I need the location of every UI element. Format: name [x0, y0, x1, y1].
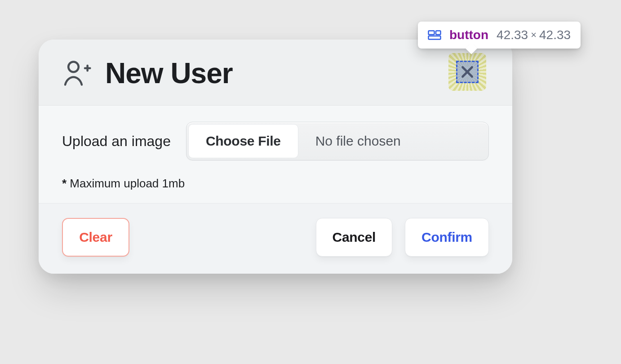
dialog-header: New User [39, 40, 512, 106]
layout-icon [428, 30, 441, 40]
upload-label: Upload an image [62, 133, 171, 150]
dialog-title: New User [105, 57, 233, 90]
svg-rect-2 [429, 36, 441, 40]
upload-row: Upload an image Choose File No file chos… [62, 122, 489, 160]
inspector-height: 42.33 [539, 28, 571, 42]
hint-asterisk: * [62, 177, 70, 190]
new-user-dialog: New User Upload an image Choose File No … [39, 40, 512, 274]
dialog-body: Upload an image Choose File No file chos… [39, 106, 512, 204]
svg-point-3 [68, 62, 79, 72]
user-add-icon [62, 58, 93, 89]
close-icon [456, 61, 479, 83]
inspector-dimensions: 42.33 × 42.33 [497, 28, 571, 42]
hint-text: Maximum upload 1mb [70, 177, 185, 190]
inspector-tag-name: button [449, 28, 488, 42]
confirm-button[interactable]: Confirm [405, 218, 489, 257]
times-symbol: × [531, 29, 537, 41]
file-input[interactable]: Choose File No file chosen [186, 122, 489, 160]
svg-rect-0 [429, 31, 435, 35]
dialog-footer: Clear Cancel Confirm [39, 204, 512, 274]
clear-button[interactable]: Clear [62, 218, 129, 257]
file-status-text: No file chosen [298, 133, 487, 149]
upload-hint: * Maximum upload 1mb [62, 177, 489, 191]
devtools-node-tooltip: button 42.33 × 42.33 [418, 22, 581, 49]
choose-file-button[interactable]: Choose File [188, 124, 298, 158]
svg-rect-1 [436, 31, 441, 35]
inspector-width: 42.33 [497, 28, 528, 42]
close-button[interactable] [448, 53, 486, 91]
cancel-button[interactable]: Cancel [316, 218, 393, 257]
